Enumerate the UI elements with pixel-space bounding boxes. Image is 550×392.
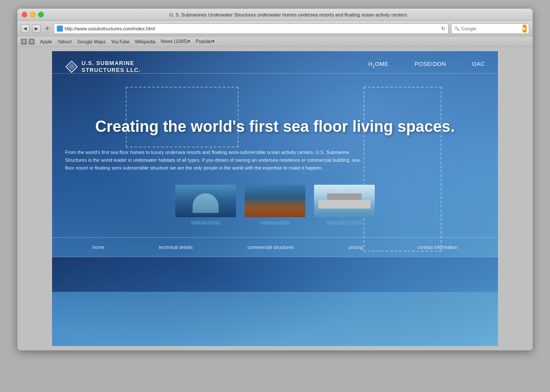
site-favicon: 🌐 xyxy=(57,26,63,32)
forward-button[interactable]: ▶ xyxy=(32,24,41,33)
title-bar: U. S. Submarines Underwater Structures u… xyxy=(17,9,533,21)
new-tab-button[interactable]: + xyxy=(43,25,51,33)
oac-image xyxy=(314,185,375,217)
footer-home[interactable]: home xyxy=(92,245,105,250)
website: U.S. SUBMARINE STRUCTURES LLC. H2OME POS… xyxy=(52,51,498,346)
footer-commercial[interactable]: commercial structures xyxy=(247,245,294,250)
hero-section: Creating the world's first sea floor liv… xyxy=(52,74,498,237)
resorts-image xyxy=(245,185,305,217)
site-logo: U.S. SUBMARINE STRUCTURES LLC. xyxy=(65,60,141,73)
footer-technical[interactable]: technical details xyxy=(159,245,193,250)
browser-window: U. S. Submarines Underwater Structures u… xyxy=(17,9,533,350)
bookmark-wikipedia[interactable]: Wikipedia xyxy=(135,39,156,44)
nav-h2ome[interactable]: H2OME xyxy=(368,61,389,73)
hero-body: From the world's first sea floor homes t… xyxy=(65,149,369,172)
bookmarks-list-icon[interactable]: ☰ xyxy=(21,39,27,45)
bookmarks-bar: ☰ ⊞ Apple Yahoo! Google Maps YouTube Wik… xyxy=(17,36,533,47)
footer-contact[interactable]: contact information xyxy=(417,245,458,250)
bookmark-yahoo[interactable]: Yahoo! xyxy=(57,39,72,44)
site-nav: H2OME POSEIDON OAC xyxy=(368,61,485,73)
dotted-box-top xyxy=(126,87,239,147)
maximize-button[interactable] xyxy=(38,12,44,17)
resorts-label[interactable]: undersea resorts xyxy=(260,220,290,224)
logo-text: U.S. SUBMARINE STRUCTURES LLC. xyxy=(82,60,141,73)
site-bottom-area xyxy=(52,257,498,292)
search-input[interactable] xyxy=(461,26,521,31)
bookmark-news[interactable]: News (1005)▾ xyxy=(161,39,190,44)
minimize-button[interactable] xyxy=(30,12,36,17)
nav-poseidon[interactable]: POSEIDON xyxy=(415,61,446,73)
homes-image xyxy=(175,185,236,217)
bookmark-youtube[interactable]: YouTube xyxy=(111,39,130,44)
toolbar: ◀ ▶ + 🌐 ↻ 🔍 ▶ xyxy=(17,21,533,36)
bookmark-google-maps[interactable]: Google Maps xyxy=(77,39,105,44)
back-button[interactable]: ◀ xyxy=(21,24,29,33)
refresh-button[interactable]: ↻ xyxy=(441,26,445,32)
close-button[interactable] xyxy=(22,12,27,17)
oac-label[interactable]: ocean activity center xyxy=(327,220,362,224)
search-icon: 🔍 xyxy=(454,26,459,31)
hero-inner: Creating the world's first sea floor liv… xyxy=(65,91,485,224)
content-area: U.S. SUBMARINE STRUCTURES LLC. H2OME POS… xyxy=(17,47,533,350)
dotted-box-right xyxy=(363,87,442,252)
url-input[interactable] xyxy=(65,26,439,31)
card-resorts[interactable]: undersea resorts xyxy=(245,185,305,224)
search-bar[interactable]: 🔍 ▶ xyxy=(451,23,529,34)
url-bar[interactable]: 🌐 ↻ xyxy=(54,23,449,34)
bookmark-icons-group: ☰ ⊞ xyxy=(21,39,35,45)
bookmarks-grid-icon[interactable]: ⊞ xyxy=(29,39,35,45)
window-title: U. S. Submarines Underwater Structures u… xyxy=(48,12,528,17)
traffic-lights xyxy=(22,12,44,17)
search-submit-button[interactable]: ▶ xyxy=(523,25,527,33)
card-homes[interactable]: undersea homes xyxy=(175,185,236,224)
homes-label[interactable]: undersea homes xyxy=(191,220,220,224)
nav-oac[interactable]: OAC xyxy=(472,61,485,73)
footer-pricing[interactable]: pricing xyxy=(349,245,363,250)
site-footer-nav: home technical details commercial struct… xyxy=(52,237,498,257)
bookmark-apple[interactable]: Apple xyxy=(40,39,52,44)
bookmark-popular[interactable]: Popular▾ xyxy=(196,39,215,44)
site-header: U.S. SUBMARINE STRUCTURES LLC. H2OME POS… xyxy=(52,51,498,74)
logo-diamond-icon xyxy=(65,60,78,73)
